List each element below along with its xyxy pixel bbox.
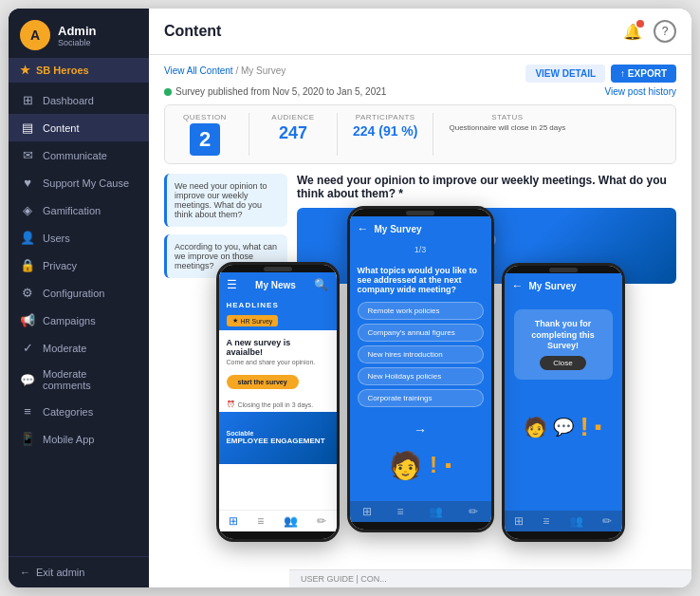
campaigns-icon: 📢 [20,313,35,327]
sidebar-label: Users [43,233,70,244]
phone2-body: What topics would you like to see addres… [350,258,491,419]
survey-status: Survey published from Nov 5, 2020 to Jan… [164,86,386,97]
phone2-option-1[interactable]: Remote work policies [358,302,484,320]
phone3-illus-person: 🧑 [524,416,547,438]
sidebar-item-configuration[interactable]: ⚙ Configuration [9,279,149,307]
sidebar-heroes-item[interactable]: ★ SB Heroes [9,58,149,83]
mobile-icon: 📱 [20,432,35,446]
logo-icon: A [20,20,50,50]
sidebar-label: Configuration [43,288,104,299]
phone3-nav-edit-icon[interactable]: ✏ [602,514,612,528]
sidebar-item-privacy[interactable]: 🔒 Privacy [9,251,149,279]
phone3-illustration: 🧑 💬 ! ▪ [505,399,622,456]
phone1-headlines: HEADLINES ★ HR Survey [219,297,337,330]
nav-edit-icon[interactable]: ✏ [317,514,326,528]
exit-label: Exit admin [36,567,84,578]
phone1-search-icon: 🔍 [314,278,328,291]
phone1-banner-logo: Sociable [227,430,329,437]
phone2-option-2[interactable]: Company's annual figures [358,324,484,342]
sidebar-item-support-my-cause[interactable]: ♥ Support My Cause [9,169,149,196]
phone3-close-button[interactable]: Close [540,356,585,370]
view-detail-button[interactable]: VIEW DETAIL [525,65,605,83]
question-value: 2 [190,123,220,156]
phone2-nav-edit-icon[interactable]: ✏ [469,505,478,518]
phone1-banner-text: EMPLOYEE ENGAGEMENT [227,437,329,446]
help-button[interactable]: ? [654,20,676,43]
phone1-survey-title: A new survey is avaialbe! [227,338,329,357]
sidebar-item-dashboard[interactable]: ⊞ Dashboard [9,86,149,114]
phone2-option-3[interactable]: New hires introduction [358,345,484,363]
privacy-icon: 🔒 [20,258,35,272]
participants-label: PARTICIPANTS [356,113,415,121]
sidebar-item-moderate-comments[interactable]: 💬 Moderate comments [9,362,149,398]
survey-stats: QUESTION 2 AUDIENCE 247 PARTICIPANTS 224… [164,104,676,164]
exit-admin-button[interactable]: ← Exit admin [9,556,149,587]
sidebar-item-campaigns[interactable]: 📢 Campaigns [9,307,149,334]
cause-icon: ♥ [20,176,35,190]
phone3-nav-list-icon[interactable]: ≡ [543,514,549,528]
phone3-body: Thank you for completing this Survey! Cl… [505,298,622,399]
question-label: QUESTION [183,113,227,121]
sidebar-item-users[interactable]: 👤 Users [9,224,149,251]
sidebar-item-mobile-app[interactable]: 📱 Mobile App [9,425,149,453]
sidebar-item-gamification[interactable]: ◈ Gamification [9,196,149,224]
dashboard-icon: ⊞ [20,93,35,107]
breadcrumb-part1[interactable]: View All Content [164,65,233,76]
phone2-question: What topics would you like to see addres… [358,266,484,294]
phone-2-survey: ← My Survey 1/3 What topics would you li… [347,206,494,532]
survey-actions: VIEW DETAIL ↑ EXPORT [525,65,676,83]
communicate-icon: ✉ [20,148,35,162]
phone3-back-icon[interactable]: ← [512,279,524,292]
audience-value: 247 [279,123,307,143]
audience-label: AUDIENCE [271,113,314,121]
app-container: A Admin Sociable ★ SB Heroes ⊞ Dashboard… [9,9,691,587]
sidebar-item-communicate[interactable]: ✉ Communicate [9,141,149,169]
stat-divider-1 [249,113,249,156]
view-post-history-link[interactable]: View post history [605,86,676,97]
heroes-icon: ★ [20,64,30,77]
breadcrumb-part2: My Survey [241,65,286,76]
illus-exclaim: ! [430,452,437,478]
header-actions: 🔔 ? [619,18,676,45]
notification-badge [636,20,644,28]
sidebar-label: Mobile App [43,434,94,445]
tag-icon: ★ [232,317,238,325]
next-arrow-icon: → [414,422,427,438]
nav-list-icon[interactable]: ≡ [257,514,264,528]
phone2-nav-list-icon[interactable]: ≡ [397,505,404,518]
phone2-back-icon[interactable]: ← [358,222,369,235]
admin-sub: Sociable [58,38,96,47]
notification-bell-button[interactable]: 🔔 [619,18,646,45]
moderate-icon: ✓ [20,341,35,355]
sidebar-item-categories[interactable]: ≡ Categories [9,398,149,425]
phone2-option-5[interactable]: Corporate trainings [358,389,484,407]
phone3-nav-people-icon[interactable]: 👥 [569,514,583,528]
sidebar-logo: A Admin Sociable [9,9,149,58]
sidebar-item-moderate[interactable]: ✓ Moderate [9,334,149,362]
phone1-header: ☰ My News 🔍 [219,272,337,297]
sidebar: A Admin Sociable ★ SB Heroes ⊞ Dashboard… [9,9,149,587]
tag-label: HR Survey [241,318,273,325]
stat-participants: PARTICIPANTS 224 (91 %) [353,113,417,156]
phone1-title: My News [255,280,296,290]
phone2-nav-people-icon[interactable]: 👥 [429,505,443,518]
sidebar-label: Content [43,122,80,134]
nav-home-icon[interactable]: ⊞ [229,514,238,528]
config-icon: ⚙ [20,286,35,300]
phone2-nav-home-icon[interactable]: ⊞ [362,505,372,518]
stat-divider-3 [433,113,433,156]
phone2-next[interactable]: → [350,419,491,441]
illus-cube: ▪ [445,455,451,476]
phone3-nav-home-icon[interactable]: ⊞ [514,514,524,528]
phone2-illustration: 🧑 ! ▪ [350,441,491,489]
phone3-thankyou-card: Thank you for completing this Survey! Cl… [514,309,613,380]
sidebar-item-content[interactable]: ▤ Content [9,114,149,141]
phone1-start-button[interactable]: start the survey [227,375,299,389]
phone2-bottom-nav: ⊞ ≡ 👥 ✏ [350,501,491,522]
categories-icon: ≡ [20,404,35,419]
sidebar-label: Dashboard [43,95,94,106]
sidebar-label: Categories [43,406,93,418]
nav-people-icon[interactable]: 👥 [284,514,298,528]
export-button[interactable]: ↑ EXPORT [611,65,676,83]
phone2-option-4[interactable]: New Holidays policies [358,367,484,385]
